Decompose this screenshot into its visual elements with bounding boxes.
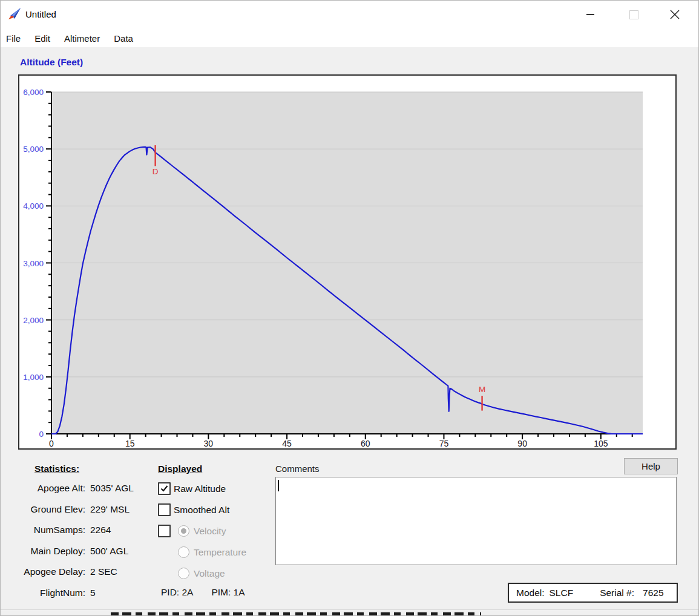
minimize-icon [586,14,594,15]
pid-pim-row: PID: 2APIM: 1A [161,587,263,598]
svg-text:105: 105 [594,439,608,448]
radio-dot [181,528,186,534]
smoothed-alt-checkbox[interactable] [158,503,171,516]
stat-label: Apogee Delay: [13,566,85,577]
voltage-radio [178,568,189,579]
velocity-checkbox[interactable] [158,525,171,537]
serial-label: Serial #: [600,588,634,598]
menu-bar: File Edit Altimeter Data [0,29,699,47]
clipped-text-fragment [111,612,481,616]
svg-text:30: 30 [204,439,214,448]
smoothed-alt-label: Smoothed Alt [174,505,229,516]
svg-text:5,000: 5,000 [23,145,44,154]
window-title: Untitled [25,9,56,19]
stat-value: 2264 [90,525,111,536]
menu-edit[interactable]: Edit [34,33,50,44]
svg-text:3,000: 3,000 [23,259,44,268]
temperature-label: Temperature [194,547,246,558]
stat-label: Apogee Alt: [13,483,85,494]
svg-text:D: D [153,167,159,176]
stat-label: NumSamps: [13,525,85,536]
voltage-label: Voltage [194,568,225,579]
altitude-chart-container: 01,0002,0003,0004,0005,0006,000015304560… [18,74,677,450]
model-label: Model: [516,588,545,598]
stat-value: 5 [90,588,96,598]
svg-text:75: 75 [439,439,449,448]
text-caret [278,480,279,491]
svg-text:M: M [479,385,485,394]
stat-label: Ground Elev: [13,504,85,515]
menu-file[interactable]: File [6,33,21,44]
serial-value: 7625 [643,588,663,598]
chart-title: Altitude (Feet) [20,57,83,68]
svg-text:15: 15 [125,439,135,448]
svg-text:1,000: 1,000 [23,373,44,382]
displayed-header: Displayed [158,464,202,474]
raw-altitude-label: Raw Altitude [174,483,226,494]
rocket-icon [6,7,22,23]
comments-textarea[interactable] [275,477,677,565]
svg-text:90: 90 [517,439,527,448]
svg-text:4,000: 4,000 [23,202,44,211]
stat-value: 500' AGL [90,546,128,557]
pim-value: PIM: 1A [211,587,244,597]
menu-altimeter[interactable]: Altimeter [64,33,100,44]
svg-text:2,000: 2,000 [23,316,44,325]
menu-data[interactable]: Data [114,33,133,44]
svg-text:60: 60 [361,439,370,448]
stat-value: 229' MSL [90,504,130,515]
stat-label: FlightNum: [13,588,85,598]
svg-text:6,000: 6,000 [23,88,44,97]
bottom-divider [0,609,699,610]
title-bar: Untitled [0,0,699,29]
maximize-icon [629,10,638,19]
checkmark-icon [160,484,169,493]
svg-text:45: 45 [282,439,292,448]
velocity-radio [178,525,189,537]
svg-text:0: 0 [49,439,54,448]
close-button[interactable] [661,0,689,29]
stat-value: 5035' AGL [90,483,134,494]
pid-value: PID: 2A [161,587,193,597]
minimize-button[interactable] [576,0,604,29]
maximize-button [620,0,648,29]
close-icon [670,10,680,19]
raw-altitude-checkbox[interactable] [158,482,171,495]
stat-value: 2 SEC [90,566,117,577]
comments-label: Comments [275,464,320,474]
velocity-label: Velocity [194,526,226,537]
statistics-header: Statistics: [34,464,79,474]
help-button[interactable]: Help [624,458,678,474]
device-info-box: Model: SLCF Serial #: 7625 [508,583,678,603]
temperature-radio [178,546,189,558]
svg-text:0: 0 [39,430,44,439]
model-value: SLCF [550,588,574,598]
stat-label: Main Deploy: [13,546,85,557]
altitude-chart: 01,0002,0003,0004,0005,0006,000015304560… [19,76,675,448]
